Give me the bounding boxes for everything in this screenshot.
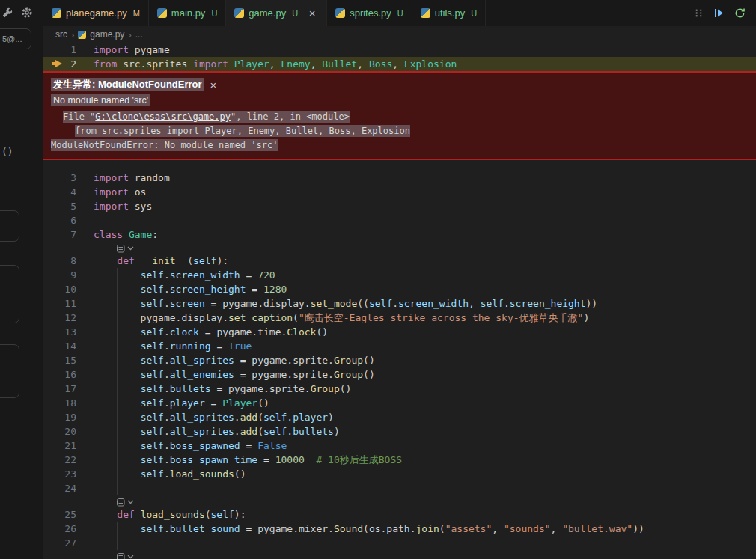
line-number[interactable]: 21	[43, 439, 76, 453]
code-token: # 10秒后生成BOSS	[316, 454, 402, 465]
close-icon[interactable]: ×	[210, 77, 217, 94]
code-line-row: 20 self.all_sprites.add(self.bullets)	[43, 424, 756, 439]
code-line[interactable]: import sys	[94, 199, 152, 213]
line-number[interactable]: 26	[43, 522, 76, 536]
code-token: self	[141, 298, 164, 309]
code-line[interactable]: self.clock = pygame.time.Clock()	[94, 325, 328, 339]
code-line[interactable]: def __init__(self):	[94, 254, 228, 268]
codelens-row	[43, 550, 756, 559]
code-line[interactable]: self.running = True	[94, 339, 252, 353]
code-line[interactable]: self.boss_spawn_time = 10000 # 10秒后生成BOS…	[94, 453, 402, 467]
tab-sprites.py[interactable]: sprites.pyU	[327, 0, 412, 26]
code-token: (	[439, 523, 445, 534]
code-line[interactable]: self.bullets = pygame.sprite.Group()	[94, 382, 351, 396]
code-token: __init__	[141, 255, 188, 266]
line-number[interactable]: 1	[43, 43, 76, 57]
code-editor[interactable]: 1import pygame2from src.sprites import P…	[43, 43, 756, 559]
tab-planegame.py[interactable]: planegame.pyM	[43, 0, 149, 26]
exception-widget: 发生异常: ModuleNotFoundError× No module nam…	[43, 71, 756, 160]
tabs-container: planegame.pyMmain.pyUgame.pyU×sprites.py…	[43, 0, 486, 26]
tab-main.py[interactable]: main.pyU	[149, 0, 226, 26]
exception-stack-trace: File "G:\clone\esas\src\game.py", line 2…	[51, 110, 749, 153]
line-number[interactable]: 18	[43, 396, 76, 410]
tab-utils.py[interactable]: utils.pyU	[412, 0, 486, 26]
code-line[interactable]: self.screen = pygame.display.set_mode((s…	[94, 296, 597, 311]
code-token: (	[205, 509, 211, 520]
line-number[interactable]: 12	[43, 311, 76, 325]
line-number[interactable]: 20	[43, 424, 76, 439]
breadcrumb-item-file[interactable]: game.py	[90, 29, 124, 40]
line-number[interactable]: 25	[43, 507, 76, 522]
code-token	[94, 298, 141, 309]
line-number[interactable]: 9	[43, 268, 76, 282]
line-number[interactable]: 17	[43, 382, 76, 396]
tab-label: main.py	[171, 7, 206, 19]
breadcrumb-item-symbol[interactable]: ...	[135, 29, 143, 40]
line-number[interactable]: 23	[43, 467, 76, 481]
code-line[interactable]: from src.sprites import Player, Enemy, B…	[94, 57, 457, 71]
line-number[interactable]: 8	[43, 254, 76, 268]
code-line[interactable]: import random	[94, 171, 170, 185]
line-number[interactable]: 5	[43, 199, 76, 213]
code-line[interactable]: import pygame	[94, 43, 170, 57]
debug-restart-icon[interactable]	[734, 7, 746, 19]
line-number[interactable]: 13	[43, 325, 76, 339]
tab-label: planegame.py	[66, 7, 127, 19]
line-number[interactable]: 22	[43, 453, 76, 467]
line-number[interactable]: 14	[43, 339, 76, 353]
exception-message: No module named 'src'	[51, 94, 150, 106]
code-line[interactable]: self.all_sprites.add(self.player)	[94, 410, 334, 424]
vscode-window: 5@... () planegame.pyMmain.pyUgame.pyU×s…	[0, 0, 756, 559]
code-line[interactable]: self.boss_spawned = False	[94, 439, 287, 453]
line-number[interactable]: 10	[43, 282, 76, 296]
line-number[interactable]: 15	[43, 353, 76, 367]
code-line[interactable]: self.screen_width = 720	[94, 268, 275, 282]
line-number[interactable]: 19	[43, 410, 76, 424]
grip-icon[interactable]	[694, 8, 704, 18]
code-token: .	[164, 440, 170, 451]
code-token: .	[164, 369, 170, 380]
stack-file-prefix: File "	[63, 112, 95, 122]
line-number[interactable]: 7	[43, 227, 76, 242]
line-number[interactable]: 11	[43, 296, 76, 311]
tab-label: sprites.py	[350, 7, 391, 19]
git-status-badge: U	[211, 9, 217, 18]
code-line[interactable]: self.load_sounds()	[94, 467, 246, 481]
line-number[interactable]: 3	[43, 171, 76, 185]
breadcrumb-item-folder[interactable]: src	[55, 29, 67, 40]
code-line[interactable]: def load_sounds(self):	[94, 507, 246, 522]
stack-error-line: ModuleNotFoundError: No module named 'sr…	[51, 138, 749, 153]
code-line[interactable]: self.screen_height = 1280	[94, 282, 287, 296]
code-token: )	[334, 426, 340, 437]
code-line[interactable]: self.all_sprites = pygame.sprite.Group()	[94, 353, 375, 367]
code-line[interactable]: self.player = Player()	[94, 396, 269, 410]
codelens-decoration-icon[interactable]	[117, 552, 135, 559]
line-number[interactable]: 16	[43, 367, 76, 382]
code-line[interactable]: self.bullet_sound = pygame.mixer.Sound(o…	[94, 522, 644, 536]
debug-continue-icon[interactable]	[713, 7, 725, 19]
code-token	[123, 229, 129, 240]
code-token: )	[583, 312, 589, 323]
gear-icon[interactable]	[21, 7, 33, 22]
code-token: )	[328, 412, 334, 423]
wrench-icon[interactable]	[2, 7, 13, 21]
tab-label: utils.py	[435, 7, 465, 19]
code-line[interactable]: self.all_sprites.add(self.bullets)	[94, 424, 340, 439]
stack-file-link[interactable]: G:\clone\esas\src\game.py	[95, 112, 231, 122]
line-number[interactable]: 27	[43, 536, 76, 550]
line-number[interactable]: 24	[43, 481, 76, 495]
codelens-row	[43, 242, 756, 254]
line-number[interactable]: 4	[43, 185, 76, 199]
code-token: running	[170, 340, 211, 352]
code-line[interactable]: class Game:	[94, 227, 158, 242]
code-line[interactable]: pygame.display.set_caption("鹰击长空-Eagles …	[94, 311, 589, 325]
code-line-row: 21 self.boss_spawned = False	[43, 439, 756, 453]
side-panel-symbol: ()	[1, 146, 13, 157]
tab-game.py[interactable]: game.pyU×	[226, 0, 327, 26]
line-number[interactable]: 6	[43, 213, 76, 227]
code-line[interactable]: import os	[94, 185, 146, 199]
close-icon[interactable]: ×	[306, 7, 318, 19]
code-line[interactable]: self.all_enemies = pygame.sprite.Group()	[94, 367, 375, 382]
code-token: .	[164, 523, 170, 534]
python-file-icon	[52, 8, 61, 18]
